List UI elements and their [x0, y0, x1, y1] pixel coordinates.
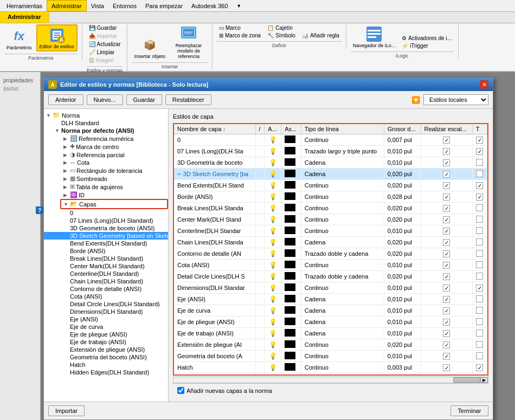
ribbon-btn-itrigger[interactable]: ⚡ iTrigger	[400, 42, 453, 49]
cell-bulb[interactable]: 💡	[265, 157, 281, 169]
menu-herramientas[interactable]: Herramientas	[2, 0, 47, 11]
cell-t[interactable]	[472, 214, 487, 225]
cell-t[interactable]	[472, 260, 487, 271]
cell-bulb[interactable]: 💡	[265, 248, 281, 260]
cell-scale[interactable]: ✓	[421, 339, 472, 351]
cell-color[interactable]	[281, 191, 301, 203]
cell-t[interactable]	[472, 351, 487, 362]
table-row[interactable]: Detail Circle Lines(DLH S💡Trazado doble …	[174, 271, 487, 282]
cell-color[interactable]	[281, 339, 301, 351]
table-row[interactable]: Chain Lines(DLH Standa💡Cadena0,020 pul✓	[174, 237, 487, 248]
cell-color[interactable]	[281, 351, 301, 362]
cell-color[interactable]	[281, 305, 301, 316]
cell-scale[interactable]: ✓	[421, 282, 472, 294]
menu-administrar[interactable]: Administrar	[47, 0, 87, 11]
filter-dropdown[interactable]: Estilos locales Todos los estilos	[423, 94, 488, 105]
table-row[interactable]: Eje de pliegue (ANSI)💡Cadena0,010 pul✓	[174, 316, 487, 328]
side-propiedades[interactable]: propiedades	[2, 76, 38, 85]
table-hscrollbar[interactable]: ▶	[173, 377, 488, 383]
cell-t[interactable]	[472, 316, 487, 328]
tree-layer-dimensions[interactable]: Dimensions(DLH Standard)	[44, 308, 168, 315]
cell-color[interactable]	[281, 157, 301, 169]
cell-bulb[interactable]: 💡	[265, 214, 281, 225]
cell-bulb[interactable]: 💡	[265, 294, 281, 305]
table-row[interactable]: 07 Lines (Long)(DLH Sta💡Trazado largo y …	[174, 146, 487, 157]
tree-layer-contorno[interactable]: Contorno de detalle (ANSI)	[44, 285, 168, 293]
ribbon-btn-importar[interactable]: 📥 Importar	[87, 33, 119, 40]
col-slash[interactable]: /	[255, 124, 265, 134]
cell-color[interactable]	[281, 260, 301, 271]
cell-scale[interactable]: ✓	[421, 316, 472, 328]
cell-t[interactable]: ✓	[472, 362, 487, 373]
ribbon-btn-insertar-objeto[interactable]: 📦 Insertar objeto	[132, 35, 168, 60]
cell-scale[interactable]: ✓	[421, 248, 472, 260]
cell-bulb[interactable]: 💡	[265, 191, 281, 203]
ribbon-btn-guardar[interactable]: 💾 Guardar	[87, 24, 119, 31]
tree-layer-eje-ansi[interactable]: Eje (ANSI)	[44, 315, 168, 323]
cell-color[interactable]	[281, 214, 301, 225]
cell-color[interactable]	[281, 203, 301, 214]
tree-id[interactable]: ▶ 🆔 ID	[44, 191, 168, 199]
tab-administrar[interactable]: Administrar	[0, 12, 49, 23]
cell-scale[interactable]: ✓	[421, 271, 472, 282]
tree-layer-extension[interactable]: Extensión de pliegue (ANSI)	[44, 346, 168, 353]
cell-t[interactable]: ✓	[472, 180, 487, 191]
cell-t[interactable]: ✓	[472, 373, 487, 376]
tree-layer-3d-geo[interactable]: 3D Geometría de boceto (ANSI)	[44, 224, 168, 232]
table-row[interactable]: Extensión de pliegue (Al💡Continuo0,020 p…	[174, 339, 487, 351]
cell-color[interactable]	[281, 134, 301, 146]
cell-bulb[interactable]: 💡	[265, 203, 281, 214]
tree-layer-3d-sketch[interactable]: 3D Sketch Geometry [based on Sketc	[44, 232, 168, 240]
cell-t[interactable]	[472, 169, 487, 180]
table-row[interactable]: Center Mark(DLH Stand💡Continuo0,020 pul✓	[174, 214, 487, 225]
tree-layer-center-mark[interactable]: Center Mark(DLH Standard)	[44, 262, 168, 270]
btn-importar-bottom[interactable]: Importar	[48, 405, 85, 416]
tree-tabla-agujeros[interactable]: ▶ ⊞ Tabla de agujeros	[44, 183, 168, 191]
cell-color[interactable]	[281, 169, 301, 180]
ribbon-btn-reemplazar[interactable]: REF Reemplazar modelo de referencia	[170, 24, 208, 60]
cell-bulb[interactable]: 💡	[265, 305, 281, 316]
cell-bulb[interactable]: 💡	[265, 351, 281, 362]
tree-layer-eje-pliegue[interactable]: Eje de pliegue (ANSI)	[44, 331, 168, 338]
col-t[interactable]: T	[472, 124, 487, 134]
cell-color[interactable]	[281, 237, 301, 248]
cell-t[interactable]	[472, 203, 487, 214]
cell-color[interactable]	[281, 282, 301, 294]
tree-layer-cota-ansi[interactable]: Cota (ANSI)	[44, 293, 168, 300]
cell-color[interactable]	[281, 271, 301, 282]
cell-t[interactable]	[472, 237, 487, 248]
table-row[interactable]: Eje de curva💡Cadena0,010 pul✓	[174, 305, 487, 316]
cell-bulb[interactable]: 💡	[265, 260, 281, 271]
cell-bulb[interactable]: 💡	[265, 180, 281, 191]
table-row[interactable]: 0💡Continuo0,007 pul✓✓	[174, 134, 487, 146]
cell-t[interactable]	[472, 225, 487, 237]
cell-color[interactable]	[281, 373, 301, 376]
cell-scale[interactable]: ✓	[421, 225, 472, 237]
table-row[interactable]: Break Lines(DLH Standa💡Continuo0,020 pul…	[174, 203, 487, 214]
cell-bulb[interactable]: 💡	[265, 271, 281, 282]
cell-color[interactable]	[281, 146, 301, 157]
tree-capas[interactable]: ▼ 📂 Capas	[61, 200, 167, 208]
ribbon-btn-simbolo[interactable]: 🔧 Símbolo	[265, 32, 298, 39]
ribbon-btn-actualizar[interactable]: 🔄 Actualizar	[87, 41, 123, 48]
ribbon-btn-limpiar[interactable]: 🧹 Limpiar	[87, 49, 117, 56]
btn-guardar[interactable]: Guardar	[126, 94, 162, 105]
tree-layer-centerline[interactable]: Centerline(DLH Standard)	[44, 270, 168, 277]
tree-layer-hidden-edges[interactable]: Hidden Edges(DLH Standard)	[44, 369, 168, 376]
cell-color[interactable]	[281, 294, 301, 305]
table-row[interactable]: 3D Geometría de boceto💡Cadena0,010 pul✓	[174, 157, 487, 169]
help-button[interactable]: ?	[36, 206, 43, 214]
checkbox-nuevas-capas-input[interactable]	[177, 387, 184, 394]
tree-marca-centro[interactable]: ▶ ✚ Marca de centro	[44, 143, 168, 151]
cell-t[interactable]: ✓	[472, 134, 487, 146]
cell-scale[interactable]: ✓	[421, 157, 472, 169]
table-row[interactable]: ✏ 3D Sketch Geometry [ba💡Cadena0,020 pul…	[174, 169, 487, 180]
btn-restablecer[interactable]: Restablecer	[165, 94, 211, 105]
cell-bulb[interactable]: 💡	[265, 169, 281, 180]
cell-scale[interactable]: ✓	[421, 203, 472, 214]
checkbox-nuevas-capas[interactable]: Añadir nuevas capas a la norma	[177, 387, 272, 394]
cell-color[interactable]	[281, 248, 301, 260]
ribbon-btn-marco-zona[interactable]: ⊞ Marco de zona	[217, 32, 263, 39]
cell-bulb[interactable]: 💡	[265, 237, 281, 248]
tree-layer-eje-trabajo[interactable]: Eje de trabajo (ANSI)	[44, 338, 168, 346]
